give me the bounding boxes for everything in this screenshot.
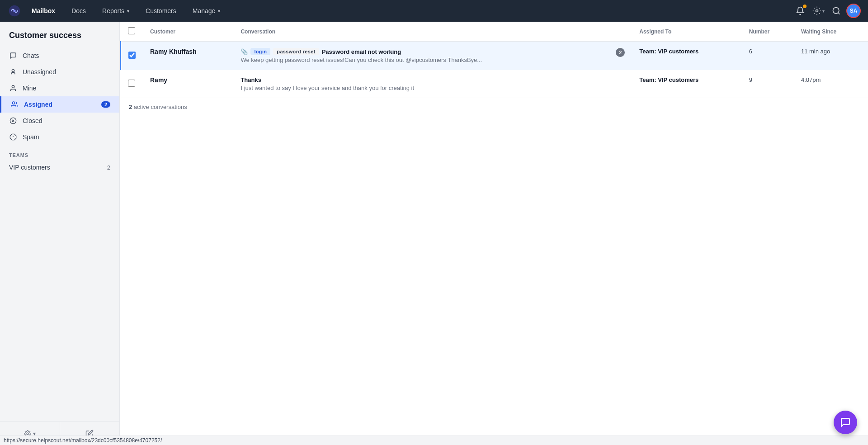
svg-point-4 (12, 70, 14, 72)
row1-number-cell: 6 (742, 42, 794, 70)
row2-number: 9 (749, 76, 787, 83)
unassigned-label: Unassigned (23, 68, 110, 76)
assigned-label: Assigned (24, 101, 96, 108)
mine-label: Mine (23, 85, 110, 92)
teams-section-label: TEAMS (0, 145, 119, 160)
row1-count-badge: 2 (616, 48, 625, 57)
row1-waiting-cell: 11 min ago (794, 42, 868, 70)
table-row[interactable]: Ramy Thanks I just wanted to say I love … (121, 70, 868, 98)
active-count-number: 2 (129, 104, 132, 110)
search-button[interactable] (828, 3, 844, 19)
row1-subject: 📎 login password reset Password email no… (241, 48, 607, 55)
select-all-checkbox[interactable] (128, 27, 135, 34)
sidebar-team-vip[interactable]: VIP customers 2 (0, 160, 119, 175)
row2-checkbox-cell (121, 70, 143, 98)
sidebar-item-chats[interactable]: Chats (0, 47, 119, 64)
top-navigation: Mailbox Docs Reports ▾ Customers Manage … (0, 0, 868, 22)
assigned-badge: 2 (101, 101, 110, 108)
conversation-table-container: Customer Conversation Assigned To Number… (120, 22, 868, 445)
row1-count-badge-cell: 2 (614, 42, 632, 70)
row1-preview: We keep getting password reset issues!Ca… (241, 57, 503, 63)
col-assigned-to: Assigned To (632, 22, 742, 42)
main-content: Customer Conversation Assigned To Number… (120, 22, 868, 445)
chats-icon (9, 52, 17, 60)
svg-point-6 (12, 102, 14, 104)
row2-preview: I just wanted to say I love your service… (241, 85, 503, 91)
row2-checkbox[interactable] (128, 80, 135, 87)
topnav-actions: ▾ SA (792, 3, 861, 19)
reports-chevron-icon: ▾ (127, 9, 129, 14)
status-bar: https://secure.helpscout.net/mailbox/23d… (0, 436, 868, 445)
row2-assigned-to: Team: VIP customers (639, 76, 735, 83)
row2-waiting-since: 4:07pm (801, 76, 861, 83)
notifications-button[interactable] (792, 3, 808, 19)
svg-point-2 (816, 10, 818, 12)
nav-docs[interactable]: Docs (65, 5, 92, 17)
row1-number: 6 (749, 48, 787, 55)
closed-label: Closed (23, 117, 110, 124)
row1-conversation-cell: 📎 login password reset Password email no… (233, 42, 614, 70)
row2-number-cell: 9 (742, 70, 794, 98)
sidebar-item-unassigned[interactable]: Unassigned (0, 64, 119, 80)
row1-customer-cell: Ramy Khuffash (143, 42, 233, 70)
sidebar-item-spam[interactable]: Spam (0, 129, 119, 145)
sidebar-item-mine[interactable]: Mine (0, 80, 119, 96)
user-avatar[interactable]: SA (846, 4, 861, 18)
row2-subject: Thanks (241, 76, 625, 83)
sidebar-item-assigned[interactable]: Assigned 2 (0, 96, 119, 113)
chats-label: Chats (23, 52, 110, 59)
row2-waiting-cell: 4:07pm (794, 70, 868, 98)
col-number: Number (742, 22, 794, 42)
settings-button[interactable]: ▾ (810, 3, 826, 19)
row1-customer-name: Ramy Khuffash (150, 48, 226, 55)
unassigned-icon (9, 68, 17, 76)
closed-icon (9, 117, 17, 125)
row2-customer-name: Ramy (150, 76, 226, 84)
app-logo[interactable] (7, 4, 22, 18)
status-url: https://secure.helpscout.net/mailbox/23d… (4, 437, 162, 444)
settings-chevron-icon: ▾ (822, 9, 825, 14)
svg-point-3 (833, 8, 839, 14)
manage-chevron-icon: ▾ (218, 9, 220, 14)
svg-point-1 (13, 9, 15, 12)
svg-point-13 (27, 433, 28, 435)
workspace-title: Customer success (0, 22, 119, 46)
tag-password-reset: password reset (273, 48, 319, 55)
col-conversation: Conversation (233, 22, 632, 42)
tag-login: login (250, 48, 270, 55)
col-customer: Customer (143, 22, 233, 42)
nav-reports[interactable]: Reports ▾ (96, 5, 136, 17)
spam-icon (9, 133, 17, 141)
sidebar-item-closed[interactable]: Closed (0, 113, 119, 129)
nav-customers[interactable]: Customers (139, 5, 183, 17)
col-waiting-since: Waiting Since (794, 22, 868, 42)
vip-team-label: VIP customers (9, 164, 102, 171)
sidebar: Customer success Chats (0, 22, 120, 445)
row1-assigned-to: Team: VIP customers (639, 48, 735, 55)
table-row[interactable]: Ramy Khuffash 📎 login password reset Pas… (121, 42, 868, 70)
row1-assigned-cell: Team: VIP customers (632, 42, 742, 70)
notification-dot (803, 5, 807, 8)
col-checkbox (121, 22, 143, 42)
active-count-label: active conversations (134, 104, 187, 110)
row2-conversation-cell: Thanks I just wanted to say I love your … (233, 70, 632, 98)
nav-mailbox[interactable]: Mailbox (25, 5, 61, 17)
sidebar-navigation: Chats Unassigned (0, 46, 119, 421)
row2-assigned-cell: Team: VIP customers (632, 70, 742, 98)
active-conversations-count: 2 active conversations (120, 98, 868, 116)
row1-checkbox[interactable] (128, 52, 136, 59)
conversation-table: Customer Conversation Assigned To Number… (120, 22, 868, 98)
attachment-icon: 📎 (241, 48, 248, 55)
svg-point-5 (12, 85, 14, 88)
nav-manage[interactable]: Manage ▾ (186, 5, 227, 17)
row1-checkbox-cell (121, 42, 143, 70)
row2-customer-cell: Ramy (143, 70, 233, 98)
assigned-icon (10, 100, 19, 109)
floating-chat-button[interactable] (834, 411, 857, 434)
row1-waiting-since: 11 min ago (801, 48, 861, 55)
vip-team-count: 2 (107, 164, 110, 171)
mine-icon (9, 84, 17, 92)
spam-label: Spam (23, 133, 110, 141)
